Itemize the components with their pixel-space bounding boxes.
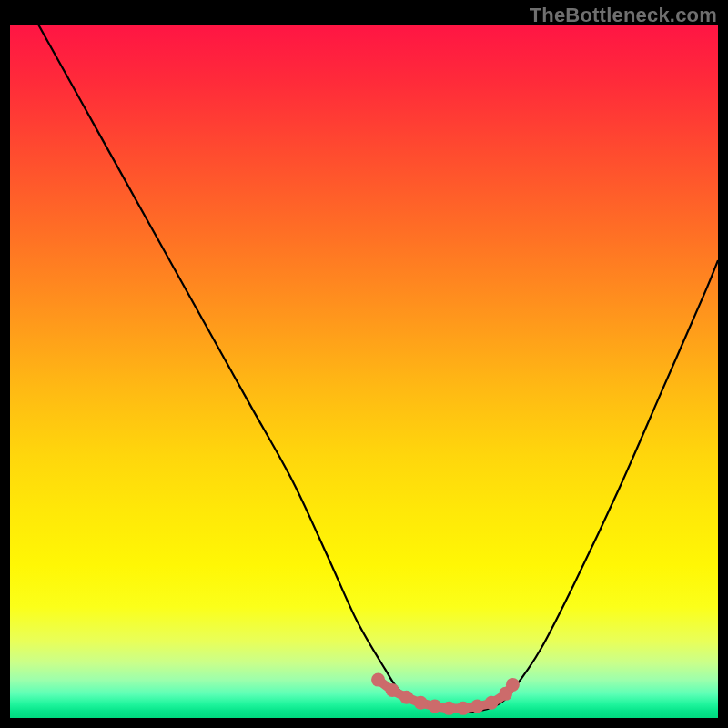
- optimal-zone-dot: [414, 696, 428, 710]
- curve-layer: [10, 25, 718, 718]
- optimal-zone-dot: [386, 683, 399, 697]
- curve-line: [38, 25, 718, 712]
- optimal-zone-dot: [506, 678, 520, 692]
- bottleneck-curve: [38, 25, 718, 712]
- optimal-zone-dot: [428, 700, 441, 713]
- optimal-zone-markers: [371, 673, 520, 715]
- plot-frame: [10, 25, 718, 718]
- optimal-zone-dot: [442, 702, 456, 715]
- optimal-zone-dot: [456, 702, 470, 715]
- optimal-zone-dot: [485, 696, 499, 710]
- chart-stage: TheBottleneck.com: [0, 0, 728, 728]
- optimal-zone-dot: [399, 691, 413, 704]
- optimal-zone-dot: [371, 673, 385, 687]
- optimal-zone-dot: [470, 700, 484, 713]
